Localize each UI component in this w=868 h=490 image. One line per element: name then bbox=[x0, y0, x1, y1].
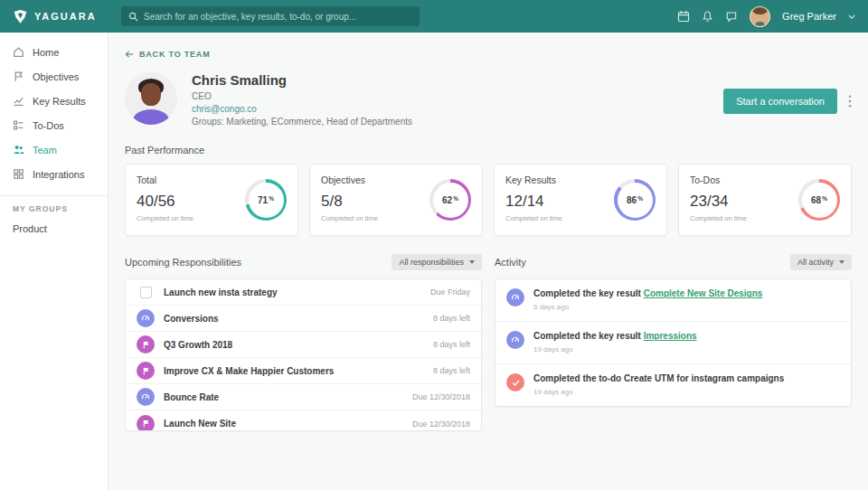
sidebar-item-label: Objectives bbox=[33, 71, 79, 82]
todo-check-icon bbox=[506, 373, 524, 391]
search-icon bbox=[128, 12, 138, 22]
stat-card-total: Total 40/56 Completed on time 71% bbox=[125, 164, 298, 236]
stat-card-key-results: Key Results 12/14 Completed on time 86% bbox=[494, 164, 667, 236]
past-performance-title: Past Performance bbox=[125, 145, 852, 155]
progress-ring: 86% bbox=[614, 179, 656, 221]
stat-card-todos: To-Dos 23/34 Completed on time 68% bbox=[678, 164, 852, 236]
responsibilities-section: Upcoming Responsibilities All responsibi… bbox=[125, 254, 482, 431]
stat-value: 5/8 bbox=[321, 193, 378, 211]
responsibility-row[interactable]: Conversions 8 days left bbox=[126, 306, 481, 332]
stat-card-objectives: Objectives 5/8 Completed on time 62% bbox=[309, 164, 483, 236]
profile-header: Chris Smalling CEO chris@congo.co Groups… bbox=[125, 72, 852, 127]
sidebar-item-label: Key Results bbox=[33, 96, 86, 107]
progress-percent: 71 bbox=[258, 195, 268, 205]
topbar-actions: Greg Parker bbox=[677, 6, 855, 27]
sidebar-group-product[interactable]: Product bbox=[0, 217, 108, 240]
todo-checkbox-wrap bbox=[137, 283, 155, 301]
profile-email[interactable]: chris@congo.co bbox=[192, 104, 412, 114]
activity-time: 19 days ago bbox=[533, 345, 697, 353]
responsibilities-filter-dropdown[interactable]: All responsibilities bbox=[392, 254, 482, 270]
sidebar-item-label: To-Dos bbox=[33, 120, 64, 131]
home-icon bbox=[13, 46, 24, 58]
brand-logo[interactable]: YAGUARA bbox=[13, 9, 108, 24]
progress-ring: 62% bbox=[429, 179, 471, 221]
progress-ring: 71% bbox=[245, 179, 287, 221]
chat-icon[interactable] bbox=[725, 11, 738, 23]
responsibility-row[interactable]: Launch New Site Due 12/30/2018 bbox=[126, 410, 481, 431]
responsibility-row[interactable]: Bounce Rate Due 12/30/2018 bbox=[126, 384, 481, 410]
objective-flag-icon bbox=[137, 335, 155, 353]
profile-name: Chris Smalling bbox=[192, 72, 412, 88]
responsibility-row[interactable]: Improve CX & Make Happier Customers 8 da… bbox=[126, 358, 481, 384]
back-to-team-link[interactable]: BACK TO TEAM bbox=[125, 50, 210, 59]
stat-caption: Completed on time bbox=[321, 214, 378, 222]
checklist-icon bbox=[13, 119, 24, 131]
activity-text: Completed the to-do Create UTM for insta… bbox=[533, 373, 784, 383]
chevron-down-icon[interactable] bbox=[848, 14, 855, 19]
responsibility-label: Bounce Rate bbox=[164, 392, 219, 402]
responsibility-row[interactable]: Launch new insta strategy Due Friday bbox=[126, 279, 481, 306]
activity-row[interactable]: Completed the to-do Create UTM for insta… bbox=[495, 364, 851, 406]
activity-filter-dropdown[interactable]: All activity bbox=[790, 254, 852, 270]
responsibility-due: Due Friday bbox=[423, 287, 470, 297]
stat-caption: Completed on time bbox=[137, 214, 193, 222]
key-result-icon bbox=[137, 309, 155, 327]
sidebar-item-home[interactable]: Home bbox=[0, 40, 108, 64]
progress-percent: 86 bbox=[627, 195, 637, 205]
sidebar: Home Objectives Key Results To-Dos Team … bbox=[0, 33, 108, 490]
avatar-head bbox=[141, 83, 161, 106]
filter-label: All activity bbox=[797, 258, 834, 267]
stat-caption: Completed on time bbox=[690, 214, 747, 222]
key-result-icon bbox=[506, 288, 524, 306]
stat-label: To-Dos bbox=[690, 174, 747, 185]
key-result-icon bbox=[506, 331, 524, 349]
responsibility-due: Due 12/30/2018 bbox=[405, 392, 470, 401]
activity-row[interactable]: Completed the key result Complete New Si… bbox=[495, 279, 851, 322]
caret-down-icon bbox=[469, 260, 475, 264]
responsibility-label: Launch new insta strategy bbox=[164, 287, 278, 297]
brand-name: YAGUARA bbox=[34, 11, 97, 22]
progress-ring: 68% bbox=[798, 179, 840, 221]
percent-sign: % bbox=[822, 195, 827, 202]
activity-row[interactable]: Completed the key result Impressions 19 … bbox=[495, 322, 851, 364]
notifications-bell-icon[interactable] bbox=[702, 10, 713, 23]
responsibility-due: Due 12/30/2018 bbox=[405, 419, 470, 429]
integrations-grid-icon bbox=[13, 168, 24, 180]
start-conversation-button[interactable]: Start a conversation bbox=[723, 89, 837, 114]
chart-line-icon bbox=[13, 95, 24, 107]
key-result-icon bbox=[137, 388, 155, 406]
sidebar-item-label: Home bbox=[33, 47, 59, 58]
sidebar-item-key-results[interactable]: Key Results bbox=[0, 89, 108, 113]
brand-shield-icon bbox=[13, 9, 28, 24]
progress-percent: 68 bbox=[811, 195, 821, 205]
user-avatar[interactable] bbox=[750, 6, 770, 27]
responsibility-due: 8 days left bbox=[426, 314, 470, 323]
stat-value: 12/14 bbox=[505, 193, 562, 211]
activity-link[interactable]: Impressions bbox=[644, 331, 697, 341]
calendar-icon[interactable] bbox=[677, 10, 690, 23]
my-groups-header: MY GROUPS bbox=[0, 195, 108, 217]
flag-icon bbox=[13, 71, 24, 82]
responsibilities-title: Upcoming Responsibilities bbox=[125, 257, 241, 268]
search-input[interactable] bbox=[144, 12, 412, 22]
objective-flag-icon bbox=[137, 362, 155, 380]
sidebar-item-objectives[interactable]: Objectives bbox=[0, 64, 108, 89]
activity-link[interactable]: Complete New Site Designs bbox=[644, 288, 763, 298]
main-content: BACK TO TEAM Chris Smalling CEO chris@co… bbox=[108, 33, 868, 490]
sidebar-item-team[interactable]: Team bbox=[0, 137, 108, 162]
todo-checkbox[interactable] bbox=[140, 287, 152, 298]
responsibility-row[interactable]: Q3 Growth 2018 8 days left bbox=[126, 332, 481, 358]
responsibility-label: Conversions bbox=[164, 314, 219, 324]
progress-percent: 62 bbox=[442, 195, 452, 205]
responsibility-label: Launch New Site bbox=[164, 419, 236, 429]
sidebar-item-todos[interactable]: To-Dos bbox=[0, 113, 108, 137]
profile-avatar bbox=[125, 72, 177, 125]
stat-label: Objectives bbox=[321, 174, 378, 185]
kebab-menu-icon[interactable] bbox=[848, 95, 852, 108]
stat-caption: Completed on time bbox=[505, 214, 562, 222]
sidebar-item-integrations[interactable]: Integrations bbox=[0, 162, 108, 186]
sidebar-item-label: Integrations bbox=[33, 169, 84, 180]
percent-sign: % bbox=[453, 195, 458, 202]
percent-sign: % bbox=[637, 195, 643, 202]
profile-actions: Start a conversation bbox=[723, 89, 852, 114]
